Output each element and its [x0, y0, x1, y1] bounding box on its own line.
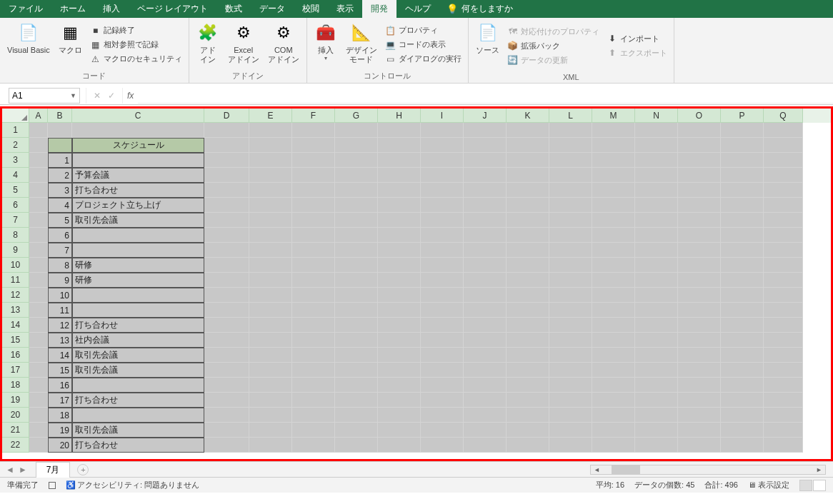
- cell[interactable]: [721, 228, 764, 243]
- cell[interactable]: [335, 288, 378, 303]
- cell[interactable]: [72, 303, 204, 318]
- cell[interactable]: [249, 318, 292, 333]
- cell[interactable]: [764, 168, 803, 183]
- display-settings-button[interactable]: 🖥 表示設定: [748, 480, 789, 490]
- cell[interactable]: [421, 198, 464, 213]
- cell[interactable]: [678, 378, 721, 393]
- row-header[interactable]: 18: [2, 378, 29, 393]
- cell[interactable]: [29, 153, 48, 168]
- cell[interactable]: [464, 408, 507, 423]
- cell[interactable]: [204, 288, 249, 303]
- cell[interactable]: [335, 318, 378, 333]
- cell[interactable]: [549, 273, 592, 288]
- row-header[interactable]: 11: [2, 273, 29, 288]
- cell[interactable]: [678, 168, 721, 183]
- menu-tab-数式[interactable]: 数式: [216, 0, 251, 18]
- cell[interactable]: [292, 183, 335, 198]
- row-header[interactable]: 6: [2, 198, 29, 213]
- cell[interactable]: 研修: [72, 273, 204, 288]
- cell[interactable]: [464, 348, 507, 363]
- row-header[interactable]: 10: [2, 258, 29, 273]
- cell[interactable]: [421, 153, 464, 168]
- cell[interactable]: [464, 168, 507, 183]
- cell[interactable]: [464, 183, 507, 198]
- visual-basic-button[interactable]: 📄 Visual Basic: [4, 20, 53, 69]
- cell[interactable]: [635, 153, 678, 168]
- cell[interactable]: [549, 123, 592, 138]
- cell[interactable]: [249, 258, 292, 273]
- cell[interactable]: [292, 213, 335, 228]
- cell[interactable]: [678, 138, 721, 153]
- select-all-corner[interactable]: [2, 109, 29, 123]
- cell[interactable]: 20: [48, 438, 72, 453]
- cell[interactable]: [721, 378, 764, 393]
- scroll-thumb[interactable]: [612, 465, 640, 474]
- cell[interactable]: [507, 213, 549, 228]
- map-properties-button[interactable]: 🗺対応付けのプロパティ: [505, 25, 602, 38]
- cell[interactable]: [72, 408, 204, 423]
- row-header[interactable]: 9: [2, 243, 29, 258]
- cell[interactable]: 打ち合わせ: [72, 393, 204, 408]
- cell[interactable]: [549, 408, 592, 423]
- row-header[interactable]: 8: [2, 228, 29, 243]
- cell[interactable]: [635, 168, 678, 183]
- cell[interactable]: [204, 243, 249, 258]
- cell[interactable]: [204, 123, 249, 138]
- cell[interactable]: [204, 153, 249, 168]
- cell[interactable]: [464, 198, 507, 213]
- cell[interactable]: [378, 228, 421, 243]
- column-header-F[interactable]: F: [292, 109, 335, 123]
- cell[interactable]: [204, 378, 249, 393]
- cell[interactable]: [464, 138, 507, 153]
- cell[interactable]: [204, 258, 249, 273]
- row-header[interactable]: 20: [2, 408, 29, 423]
- cell[interactable]: [29, 168, 48, 183]
- cell[interactable]: 14: [48, 348, 72, 363]
- cell[interactable]: [464, 123, 507, 138]
- cell[interactable]: [335, 138, 378, 153]
- cell[interactable]: [549, 198, 592, 213]
- cell[interactable]: [29, 393, 48, 408]
- cell[interactable]: [678, 228, 721, 243]
- cell[interactable]: [721, 213, 764, 228]
- cell[interactable]: 取引先会議: [72, 363, 204, 378]
- cell[interactable]: [549, 258, 592, 273]
- cell[interactable]: 取引先会議: [72, 423, 204, 438]
- cell[interactable]: [635, 258, 678, 273]
- cell[interactable]: [29, 243, 48, 258]
- cell[interactable]: [464, 243, 507, 258]
- design-mode-button[interactable]: 📐デザイン モード: [343, 20, 380, 69]
- menu-tab-ヘルプ[interactable]: ヘルプ: [396, 0, 439, 18]
- cell[interactable]: [421, 123, 464, 138]
- cell[interactable]: [764, 393, 803, 408]
- cell[interactable]: [204, 198, 249, 213]
- cell[interactable]: [464, 363, 507, 378]
- cell[interactable]: [335, 378, 378, 393]
- cell[interactable]: [592, 348, 635, 363]
- cell[interactable]: [635, 273, 678, 288]
- cell[interactable]: [764, 153, 803, 168]
- row-header[interactable]: 5: [2, 183, 29, 198]
- cell[interactable]: [29, 273, 48, 288]
- menu-tab-開発[interactable]: 開発: [362, 0, 396, 18]
- cell[interactable]: [29, 318, 48, 333]
- view-code-button[interactable]: 💻コードの表示: [383, 39, 464, 51]
- cell[interactable]: [48, 123, 72, 138]
- cell[interactable]: [721, 333, 764, 348]
- cell[interactable]: [335, 228, 378, 243]
- column-header-C[interactable]: C: [72, 109, 204, 123]
- cell[interactable]: [378, 243, 421, 258]
- cell[interactable]: [678, 123, 721, 138]
- cell[interactable]: [549, 213, 592, 228]
- cell[interactable]: [635, 408, 678, 423]
- cell[interactable]: [378, 438, 421, 453]
- cell[interactable]: [678, 153, 721, 168]
- cell[interactable]: [421, 138, 464, 153]
- cell[interactable]: [335, 348, 378, 363]
- cell[interactable]: [292, 378, 335, 393]
- cell[interactable]: 取引先会議: [72, 213, 204, 228]
- cell[interactable]: [335, 363, 378, 378]
- cell[interactable]: [292, 243, 335, 258]
- cell[interactable]: [464, 303, 507, 318]
- cell[interactable]: [592, 318, 635, 333]
